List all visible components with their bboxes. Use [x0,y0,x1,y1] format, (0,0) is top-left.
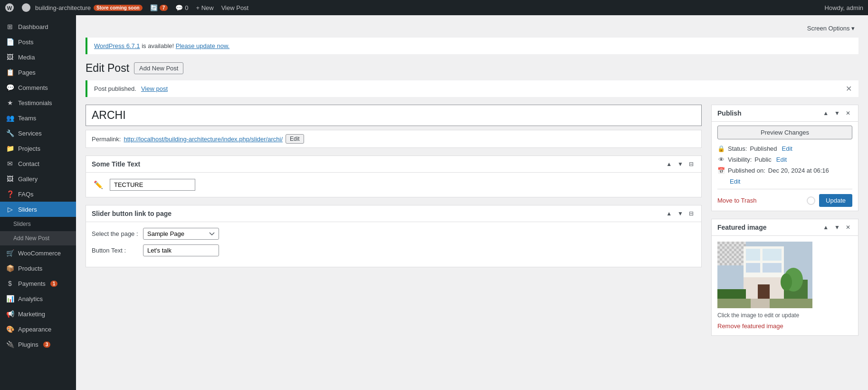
sidebar-item-label: Services [18,130,42,137]
permalink-url[interactable]: http://localhost/building-architecture/i… [124,136,283,143]
marketing-icon: 📢 [6,310,14,318]
sidebar-item-posts[interactable]: 📄 Posts [0,34,76,49]
post-title-input[interactable] [86,105,702,126]
svg-text:W: W [7,5,12,11]
svg-rect-10 [746,263,760,273]
some-title-metabox-body: ✏️ [86,173,701,197]
sidebar-item-label: Contact [18,160,39,167]
status-label: Status: [728,145,747,152]
metabox-collapse-up-button[interactable]: ▲ [664,160,674,168]
sidebar-item-services[interactable]: 🔧 Services [0,126,76,141]
button-text-input[interactable] [143,244,219,256]
title-text-input[interactable] [110,179,195,191]
publish-box-up-button[interactable]: ▲ [821,109,830,117]
building-image-svg [717,242,812,308]
screen-options-button[interactable]: Screen Options ▾ [803,23,858,34]
featured-image-thumbnail[interactable] [717,242,812,308]
wordpress-version-link[interactable]: WordPress 6.7.1 [94,42,140,49]
featured-image-header: Featured image ▲ ▼ ✕ [712,219,858,236]
comments-icon: 💬 [175,4,183,11]
sidebar-item-label: Media [18,54,35,61]
slider-metabox-expand-button[interactable]: ⊟ [687,209,696,218]
metabox-expand-button[interactable]: ⊟ [687,160,696,168]
sidebar-item-dashboard[interactable]: ⊞ Dashboard [0,19,76,34]
site-name[interactable]: W building-architecture Store coming soo… [22,3,143,12]
featured-image-down-button[interactable]: ▼ [832,223,842,232]
appearance-icon: 🎨 [6,325,14,333]
comments-link[interactable]: 💬 0 [175,4,188,11]
content-columns: Permalink: http://localhost/building-arc… [86,105,858,336]
content-main: Permalink: http://localhost/building-arc… [86,105,702,275]
sidebar-item-media[interactable]: 🖼 Media [0,49,76,65]
published-on-label: Published on: [728,167,765,174]
sidebar-item-payments[interactable]: $ Payments 1 [0,276,76,291]
view-post-link[interactable]: View Post [221,4,249,11]
sidebar-item-testimonials[interactable]: ★ Testimonials [0,95,76,110]
slider-button-metabox: Slider button link to page ▲ ▼ ⊟ Select … [86,205,702,267]
visibility-value: Public [754,156,771,163]
metabox-collapse-down-button[interactable]: ▼ [676,160,685,168]
sidebar-item-analytics[interactable]: 📊 Analytics [0,291,76,306]
permalink-edit-button[interactable]: Edit [286,134,304,144]
new-link[interactable]: + New [196,4,213,11]
plugins-icon: 🔌 [6,341,14,348]
sidebar-item-comments[interactable]: 💬 Comments [0,80,76,95]
sidebar-item-contact[interactable]: ✉ Contact [0,156,76,171]
sidebar-item-plugins[interactable]: 🔌 Plugins 3 [0,337,76,352]
status-edit-link[interactable]: Edit [782,145,792,152]
featured-image-close-button[interactable]: ✕ [844,223,852,232]
sidebar-item-faqs[interactable]: ❓ FAQs [0,186,76,202]
sidebar-item-marketing[interactable]: 📢 Marketing [0,306,76,322]
preview-changes-button[interactable]: Preview Changes [717,126,852,139]
sidebar-item-label: Teams [18,115,36,122]
view-post-link[interactable]: View post [141,85,168,92]
sidebar-item-gallery[interactable]: 🖼 Gallery [0,171,76,186]
please-update-link[interactable]: Please update now. [176,42,229,49]
sidebar-item-pages[interactable]: 📋 Pages [0,65,76,80]
svg-point-17 [781,273,792,291]
add-new-post-button[interactable]: Add New Post [134,62,183,74]
permalink-row: Permalink: http://localhost/building-arc… [86,130,702,148]
move-to-trash-link[interactable]: Move to Trash [717,197,756,204]
remove-featured-image-link[interactable]: Remove featured image [717,322,783,330]
update-button[interactable]: Update [819,194,852,207]
button-text-row: Button Text : [92,244,696,256]
visibility-edit-link[interactable]: Edit [776,156,787,163]
publish-box-close-button[interactable]: ✕ [844,109,852,117]
title-text-edit-icon-button[interactable]: ✏️ [92,178,105,191]
sidebar-item-projects[interactable]: 📁 Projects [0,141,76,156]
sidebar-item-appearance[interactable]: 🎨 Appearance [0,322,76,337]
publish-box-title: Publish [717,109,742,117]
sidebar-item-label: Marketing [18,311,45,318]
featured-image-up-button[interactable]: ▲ [821,223,830,232]
comments-nav-icon: 💬 [6,84,14,91]
status-icon: 🔒 [717,145,725,152]
projects-icon: 📁 [6,145,14,152]
sidebar-item-label: Plugins [18,341,38,348]
comments-count: 0 [185,4,188,11]
some-title-metabox-header[interactable]: Some Title Text ▲ ▼ ⊟ [86,156,701,173]
updates-count: 7 [160,5,168,11]
sidebar-item-products[interactable]: 📦 Products [0,261,76,276]
plugins-badge: 3 [43,341,51,348]
slider-button-metabox-header[interactable]: Slider button link to page ▲ ▼ ⊟ [86,205,701,222]
sidebar-item-woocommerce[interactable]: 🛒 WooCommerce [0,245,76,261]
publish-box-down-button[interactable]: ▼ [832,109,842,117]
slider-metabox-up-button[interactable]: ▲ [664,209,674,218]
sidebar-item-label: Payments [18,280,46,287]
calendar-icon: 📅 [717,167,725,174]
sidebar-item-sliders[interactable]: ▷ Sliders [0,202,76,217]
published-on-edit-link[interactable]: Edit [730,178,740,185]
slider-metabox-down-button[interactable]: ▼ [676,209,685,218]
sidebar-item-label: Comments [18,84,48,91]
sidebar-submenu-sliders[interactable]: Sliders [0,217,76,231]
main-content: Screen Options ▾ WordPress 6.7.1 is avai… [76,15,868,390]
updates-link[interactable]: 🔄 7 [150,4,168,11]
sidebar-submenu-add-new[interactable]: Add New Post [0,231,76,245]
notice-close-button[interactable]: ✕ [846,84,852,93]
svg-rect-11 [763,263,782,273]
slider-button-metabox-body: Select the page : Sample Page Home About… [86,222,701,267]
sidebar-item-teams[interactable]: 👥 Teams [0,110,76,126]
contact-icon: ✉ [6,160,14,167]
select-page-dropdown[interactable]: Sample Page Home About Contact [143,228,219,240]
